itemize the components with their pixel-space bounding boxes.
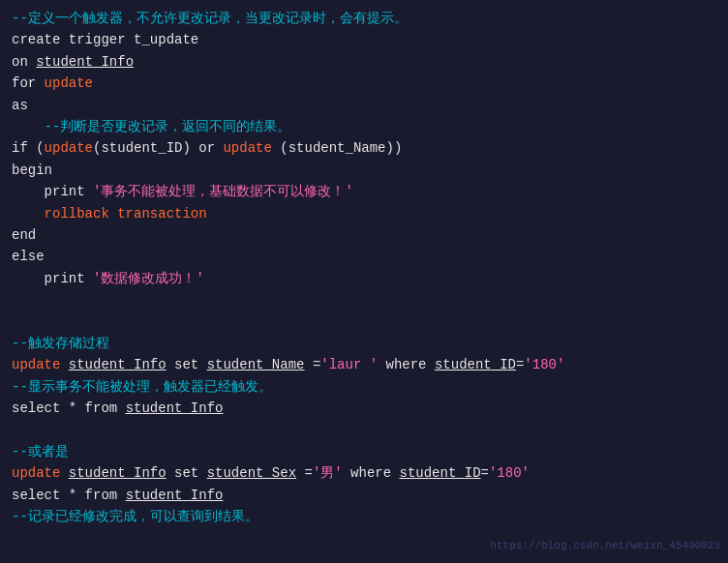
code-line: --记录已经修改完成，可以查询到结果。 — [12, 506, 716, 527]
code-line: print '事务不能被处理，基础数据不可以修改！' — [12, 181, 716, 202]
code-container: --定义一个触发器，不允许更改记录，当更改记录时，会有提示。create tri… — [0, 0, 728, 563]
code-line: --定义一个触发器，不允许更改记录，当更改记录时，会有提示。 — [12, 8, 716, 29]
code-line: --显示事务不能被处理，触发器已经触发。 — [12, 376, 716, 398]
code-line: begin — [12, 160, 716, 181]
code-line: if (update(student_ID) or update (studen… — [12, 137, 716, 159]
code-line: as — [12, 95, 716, 116]
code-line: select * from student_Info — [12, 398, 716, 419]
code-line: select * from student_Info — [12, 485, 716, 506]
code-line — [12, 289, 716, 311]
code-line: for update — [12, 73, 716, 94]
code-line: update student_Info set student_Name ='l… — [12, 354, 716, 375]
code-line: end — [12, 224, 716, 246]
code-line — [12, 311, 716, 332]
code-line: on student_Info — [12, 51, 716, 73]
code-line: create trigger t_update — [12, 29, 716, 50]
code-line — [12, 419, 716, 440]
code-lines: --定义一个触发器，不允许更改记录，当更改记录时，会有提示。create tri… — [12, 8, 716, 527]
code-line: rollback transaction — [12, 203, 716, 224]
code-line: --判断是否更改记录，返回不同的结果。 — [12, 116, 716, 137]
code-line: update student_Info set student_Sex ='男'… — [12, 462, 716, 484]
code-line: print '数据修改成功！' — [12, 268, 716, 289]
code-line: --触发存储过程 — [12, 333, 716, 354]
code-line: --或者是 — [12, 441, 716, 462]
code-line: else — [12, 246, 716, 267]
watermark: https://blog.csdn.net/weixn_45490023 — [490, 538, 720, 555]
